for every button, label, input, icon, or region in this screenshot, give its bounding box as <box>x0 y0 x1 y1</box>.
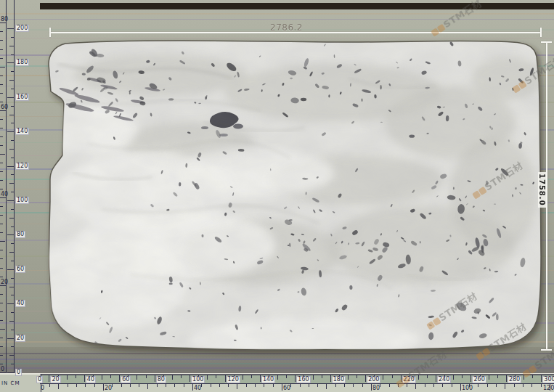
ruler-tick <box>0 145 3 146</box>
ruler-label-cm: 60 <box>121 376 131 383</box>
ruler-tick <box>453 375 454 380</box>
ruler-tick <box>110 375 111 378</box>
ruler-label-inch: 60 <box>283 385 290 391</box>
ruler-tick <box>471 375 471 382</box>
ruler-tick <box>0 75 3 76</box>
ruler-tick <box>362 384 363 387</box>
ruler-tick <box>7 372 14 373</box>
ruler-tick <box>496 384 497 387</box>
ruler-tick <box>0 329 5 330</box>
width-dimension-label: 2786.2 <box>270 23 303 33</box>
ruler-tick <box>0 154 5 155</box>
ruler-tick <box>58 384 59 389</box>
ruler-tick <box>7 166 14 167</box>
horizontal-ruler-inch-band <box>40 384 554 392</box>
ruler-tick <box>462 375 463 378</box>
background-streak <box>0 13 554 15</box>
ruler-tick <box>295 375 296 382</box>
ruler-tick <box>0 346 3 347</box>
ruler-tick <box>85 384 86 387</box>
ruler-label-cm: 40 <box>86 376 96 383</box>
ruler-tick <box>147 384 148 389</box>
ruler-tick <box>282 384 282 391</box>
ruler-tick <box>0 67 5 68</box>
ruler-tick <box>121 384 122 387</box>
ruler-tick <box>102 375 102 380</box>
ruler-tick <box>478 384 478 387</box>
ruler-tick <box>290 384 291 387</box>
ruler-label-cm: 20 <box>50 376 60 383</box>
ruler-label-inch: 0 <box>1 366 4 372</box>
ruler-tick <box>184 384 184 387</box>
slab-image[interactable] <box>44 35 552 362</box>
ruler-tick <box>300 384 301 387</box>
slab-scanner-canvas: { "dimensions": { "width": "2786.2", "he… <box>0 0 554 392</box>
ruler-tick <box>9 183 14 184</box>
ruler-tick <box>264 384 264 387</box>
ruler-tick <box>181 375 182 378</box>
ruler-tick <box>94 384 95 387</box>
ruler-tick <box>255 384 256 387</box>
ruler-tick <box>532 375 533 378</box>
ruler-tick <box>0 224 3 224</box>
ruler-label-cm: 160 <box>15 94 29 101</box>
vertical-cm-ruler-axis <box>14 0 15 374</box>
ruler-tick <box>0 364 3 364</box>
ruler-tick <box>0 258 3 259</box>
ruler-tick <box>0 110 7 111</box>
ruler-label-cm: 40 <box>15 300 25 307</box>
ruler-tick <box>11 37 14 38</box>
ruler-tick <box>0 171 3 172</box>
ruler-label-cm: 60 <box>15 266 25 273</box>
ruler-tick <box>497 375 498 378</box>
ruler-label-inch: 80 <box>1 16 8 23</box>
ruler-label-cm: 180 <box>15 59 29 66</box>
ruler-tick <box>506 375 507 382</box>
ruler-tick <box>0 320 3 321</box>
ruler-tick <box>0 197 7 198</box>
ruler-tick <box>0 49 3 50</box>
ruler-tick <box>11 278 14 279</box>
ruler-tick <box>7 200 14 201</box>
ruler-tick <box>225 375 226 382</box>
ruler-units-label: IN CM <box>1 380 20 386</box>
ruler-tick <box>103 384 104 391</box>
ruler-label-cm: 280 <box>508 376 521 383</box>
ruler-tick <box>524 375 524 380</box>
ruler-label-inch: 20 <box>105 385 112 391</box>
ruler-label-inch: 40 <box>194 385 201 391</box>
ruler-tick <box>67 375 68 380</box>
ruler-tick <box>11 158 14 158</box>
ruler-tick <box>49 375 49 382</box>
ruler-tick <box>286 375 287 378</box>
ruler-tick <box>130 384 131 387</box>
vertical-inch-ruler-axis <box>6 0 7 374</box>
ruler-tick <box>11 140 14 141</box>
ruler-label-cm: 240 <box>437 376 451 383</box>
ruler-tick <box>326 384 327 389</box>
ruler-tick <box>335 384 336 387</box>
ruler-tick <box>436 375 436 382</box>
ruler-tick <box>9 321 14 322</box>
ruler-tick <box>49 384 50 387</box>
ruler-label-cm: 300 <box>542 376 554 383</box>
ruler-label-cm: 0 <box>36 376 43 383</box>
ruler-label-cm: 120 <box>227 376 240 383</box>
ruler-label-cm: 80 <box>156 376 166 383</box>
ruler-tick <box>9 115 14 115</box>
ruler-tick <box>531 384 532 387</box>
ruler-label-cm: 220 <box>402 376 416 383</box>
ruler-tick <box>11 209 14 210</box>
ruler-label-cm: 200 <box>367 376 380 383</box>
ruler-tick <box>401 375 402 382</box>
scanner-top-dark-band <box>40 3 554 9</box>
ruler-tick <box>357 375 357 378</box>
ruler-label-cm: 120 <box>15 163 29 170</box>
ruler-tick <box>7 234 14 235</box>
ruler-label-cm: 80 <box>15 231 25 238</box>
ruler-tick <box>137 375 137 380</box>
ruler-tick <box>11 71 14 72</box>
ruler-tick <box>190 375 190 382</box>
ruler-tick <box>7 97 14 98</box>
ruler-label-inch: 0 <box>41 385 44 391</box>
